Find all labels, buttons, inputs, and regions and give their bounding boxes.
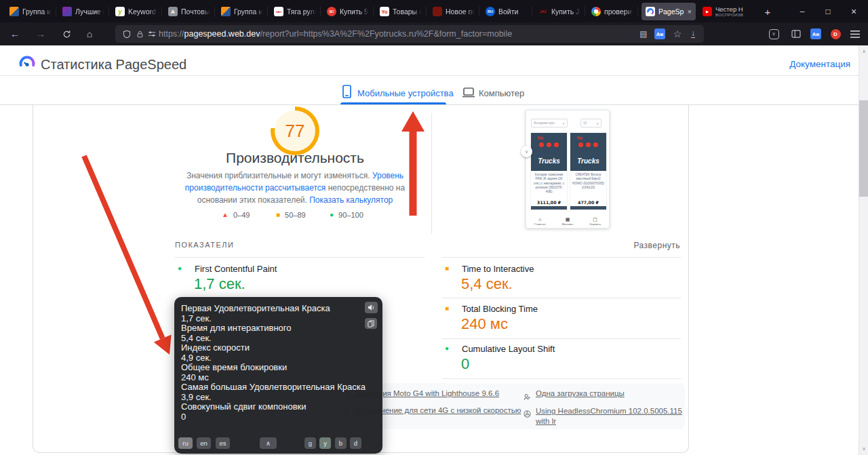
url-text[interactable]: https://pagespeed.web.dev/report?url=htt…: [159, 29, 512, 39]
window-minimize-button[interactable]: –: [789, 0, 815, 22]
browser-tab[interactable]: Лучшие в: [58, 3, 108, 20]
site-favicon-icon: Yo: [380, 7, 389, 16]
metric-name-tti: Time to Interactive: [462, 264, 534, 274]
browser-tab[interactable]: Новое по: [429, 3, 479, 20]
tab-title-block: Честер Н ВОСПРОИЗВ: [715, 6, 749, 17]
metrics-divider: [442, 338, 681, 339]
forward-button[interactable]: →: [33, 27, 48, 41]
back-button[interactable]: ←: [7, 27, 22, 41]
download-glyph: ↓: [691, 30, 695, 38]
collapse-button[interactable]: ∧: [260, 437, 277, 449]
service-y-button[interactable]: y: [319, 437, 331, 449]
lang-en-button[interactable]: en: [197, 437, 211, 449]
tab-title: Тяга руле: [287, 7, 316, 16]
translate-page-icon[interactable]: Aж: [654, 28, 666, 39]
tracking-shield-icon[interactable]: [121, 28, 133, 39]
add-to-cart-button[interactable]: [570, 206, 606, 210]
tooltip-line: Общее время блокировки: [181, 362, 361, 372]
permissions-icon[interactable]: [146, 28, 158, 39]
speak-button[interactable]: [365, 302, 378, 313]
new-tab-button[interactable]: +: [758, 3, 777, 20]
metrics-heading: ПОКАЗАТЕЛИ: [175, 241, 234, 249]
tab-close-icon[interactable]: ×: [688, 7, 692, 16]
tab-title: Лучшие в: [75, 7, 104, 16]
window-maximize-button[interactable]: □: [815, 0, 841, 22]
pocket-icon[interactable]: ∨: [766, 27, 781, 41]
chevron-down-icon: ∨: [525, 149, 528, 155]
bookmark-star-icon[interactable]: ☆: [671, 28, 684, 39]
service-g-button[interactable]: g: [304, 437, 316, 449]
product-card[interactable]: Yo Trucks CREATEK Фильтр масляный Евро2 …: [570, 132, 607, 210]
legend-range: 0–49: [233, 211, 250, 219]
count-select-value: 12: [583, 121, 587, 125]
nav-home[interactable]: ⌂Главная: [534, 217, 545, 226]
home-button[interactable]: ⌂: [82, 27, 97, 41]
browser-toolbar: ← → ⌂ https://pagespeed.web.dev/report?u…: [0, 22, 868, 45]
logo-dots: [570, 142, 606, 147]
browser-tab[interactable]: YoТовары «: [376, 3, 426, 20]
scroll-up-icon[interactable]: ∧: [859, 47, 868, 56]
service-d-button[interactable]: d: [350, 437, 361, 449]
translation-tooltip: Первая Удовлетворительная Краска 1,7 сек…: [174, 297, 382, 454]
browser-tab[interactable]: UACТяга руле: [270, 3, 320, 20]
expand-button[interactable]: Развернуть: [627, 241, 680, 250]
tab-playing-label: ВОСПРОИЗВ: [715, 13, 749, 17]
browser-tab[interactable]: В!Купить 56: [323, 3, 373, 20]
menu-hamburger-icon[interactable]: [848, 27, 863, 41]
metric-status-icon: ■: [445, 305, 449, 312]
browser-tab-media[interactable]: ▶ Честер Н ВОСПРОИЗВ: [698, 3, 753, 20]
scroll-down-icon[interactable]: ∨: [859, 444, 868, 454]
browser-tab-bar: Группа ко Лучшие в yKeyword AПочтовые Гр…: [0, 0, 868, 22]
browser-tab[interactable]: Группа ко: [5, 3, 56, 20]
env-chromium-link[interactable]: Using HeadlessChromium 102.0.5005.115 wi…: [536, 406, 688, 427]
extension-d-icon[interactable]: D: [828, 27, 843, 41]
score-description: Значения приблизительные и могут изменят…: [169, 170, 421, 206]
sidebar-toggle-icon[interactable]: [789, 27, 804, 41]
browser-window: Группа ко Лучшие в yKeyword AПочтовые Гр…: [0, 0, 868, 455]
browser-tab[interactable]: yKeyword: [111, 3, 161, 20]
logo-dots: [531, 142, 567, 147]
save-page-icon[interactable]: ↓: [687, 28, 699, 39]
count-select[interactable]: 12∨: [580, 119, 601, 127]
metric-name-cls: Cumulative Layout Shift: [462, 344, 555, 354]
documentation-link[interactable]: Документация: [780, 59, 850, 69]
product-price: 3111,00 ₽: [531, 200, 567, 205]
legend-item-average: ■50–89: [276, 211, 306, 219]
lang-es-button[interactable]: es: [216, 437, 230, 449]
trucks-logo: Trucks: [570, 157, 606, 165]
scrollbar-thumb[interactable]: [859, 100, 868, 197]
copy-button[interactable]: [365, 318, 377, 329]
nav-shop[interactable]: ▦Магазин: [562, 217, 574, 226]
lang-ru-button[interactable]: ru: [178, 437, 193, 449]
product-title: Колодка тормозная FAW J6 задняя (30 отв.…: [531, 171, 567, 194]
site-favicon-icon: A: [168, 7, 178, 16]
calculator-link[interactable]: Показать калькулятор: [309, 195, 393, 205]
tab-mobile[interactable]: Мобильные устройства: [357, 88, 454, 98]
browser-tab[interactable]: проверит: [587, 3, 637, 20]
tab-title: Новое по: [446, 7, 475, 16]
url-bar[interactable]: https://pagespeed.web.dev/report?url=htt…: [115, 25, 704, 43]
preview-expand-button[interactable]: ∨: [521, 146, 532, 157]
browser-tab[interactable]: RUВойти: [481, 3, 532, 20]
browser-tab[interactable]: AПочтовые: [164, 3, 214, 20]
env-single-load-link[interactable]: Одна загрузка страницы: [536, 389, 625, 397]
tab-desktop[interactable]: Компьютер: [479, 88, 524, 98]
metric-status-icon: ●: [445, 345, 449, 352]
add-to-cart-button[interactable]: [531, 206, 567, 210]
performance-score-gauge[interactable]: 77: [271, 106, 319, 155]
lock-icon[interactable]: [134, 28, 146, 39]
browser-tab-active-pagespeed[interactable]: PageSp ×: [642, 3, 696, 20]
translate-extension-icon[interactable]: Aж: [808, 27, 823, 41]
window-close-button[interactable]: ×: [841, 0, 867, 22]
service-b-button[interactable]: b: [335, 437, 347, 449]
browser-tab[interactable]: JACКупить JA: [534, 3, 585, 20]
mobile-screenshot-preview[interactable]: Исходная сорт...∨ 12∨ Yo Trucks Колодка …: [526, 110, 610, 229]
browser-tab[interactable]: Группа ко: [217, 3, 267, 20]
reload-button[interactable]: [59, 27, 74, 41]
reader-view-icon[interactable]: ▤: [637, 28, 650, 39]
product-card[interactable]: Yo Trucks Колодка тормозная FAW J6 задня…: [530, 132, 568, 210]
nav-cart[interactable]: ▢Корзина: [589, 217, 600, 226]
metrics-divider: [442, 378, 681, 379]
sort-select[interactable]: Исходная сорт...∨: [531, 119, 568, 127]
url-scheme: https://: [159, 29, 184, 39]
